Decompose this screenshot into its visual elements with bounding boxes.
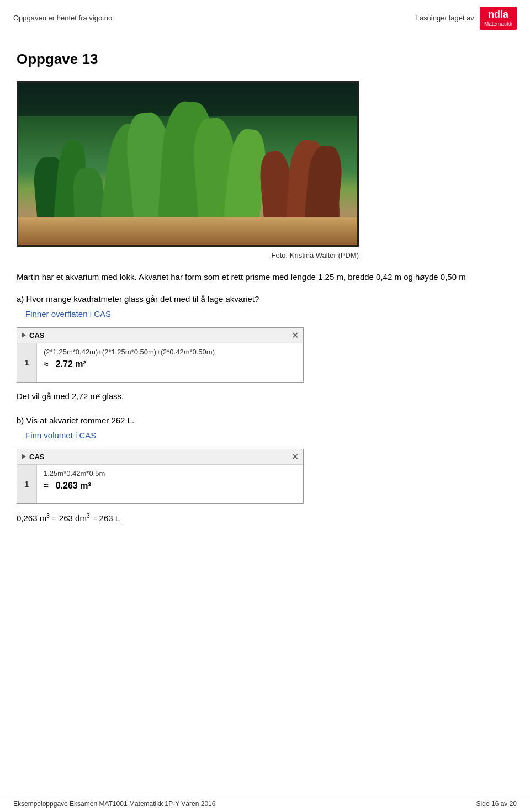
cas-formula-1: (2*1.25m*0.42m)+(2*1.25m*0.50m)+(2*0.42m…	[44, 348, 296, 356]
cas-result-value-2: 0.263 m³	[56, 481, 91, 490]
problem-description: Martin har et akvarium med lokk. Akvarie…	[17, 270, 502, 284]
cas-row-content-2: 1.25m*0.42m*0.5m ≈ 0.263 m³	[37, 465, 303, 503]
ndla-logo: ndla Matematikk	[480, 7, 517, 30]
cas-approx-2: ≈	[44, 481, 49, 490]
cas-triangle-icon-2	[22, 454, 26, 459]
cas-row-content-1: (2*1.25m*0.42m)+(2*1.25m*0.50m)+(2*0.42m…	[37, 343, 303, 382]
cas-label-1: CAS	[29, 331, 44, 339]
cas-result-2: ≈ 0.263 m³	[44, 481, 296, 491]
main-content: Oppgave 13 Foto: Kristina Walter (PDM) M…	[0, 34, 530, 567]
cas-row-number-1: 1	[17, 343, 37, 382]
hint-b: Finn volumet i CAS	[25, 431, 513, 440]
cas-close-button-2[interactable]: ✕	[292, 452, 299, 462]
cas-box-2: CAS ✕ 1 1.25m*0.42m*0.5m ≈ 0.263 m³	[17, 449, 304, 504]
cas-close-button-1[interactable]: ✕	[292, 330, 299, 341]
header-source-text: Oppgaven er hentet fra vigo.no	[13, 14, 112, 22]
result-a-content: Det vil gå med 2,72 m² glass.	[17, 391, 124, 401]
cas-result-value-1: 2.72 m²	[56, 359, 86, 369]
final-result-underline: 263 L	[99, 513, 120, 523]
cas-header-2: CAS ✕	[17, 449, 303, 465]
page-header: Oppgaven er hentet fra vigo.no Løsninger…	[0, 0, 530, 34]
question-a: a) Hvor mange kvadratmeter glass går det…	[17, 293, 502, 306]
cas-header-1: CAS ✕	[17, 328, 303, 343]
page-footer: Eksempeloppgave Eksamen MAT1001 Matemati…	[0, 795, 530, 812]
cas-body-1: 1 (2*1.25m*0.42m)+(2*1.25m*0.50m)+(2*0.4…	[17, 343, 303, 382]
cas-approx-1: ≈	[44, 359, 49, 369]
footer-right: Side 16 av 20	[476, 800, 517, 808]
page-title: Oppgave 13	[17, 51, 513, 68]
cas-header-left-2: CAS	[22, 453, 44, 461]
cas-triangle-icon-1	[22, 332, 26, 338]
final-result-b: 0,263 m3 = 263 dm3 = 263 L	[17, 513, 513, 523]
cas-formula-2: 1.25m*0.42m*0.5m	[44, 469, 296, 477]
photo-credit: Foto: Kristina Walter (PDM)	[17, 251, 359, 259]
cas-label-2: CAS	[29, 453, 44, 461]
cas-header-left-1: CAS	[22, 331, 44, 339]
aquarium-image	[17, 81, 359, 247]
cas-result-1: ≈ 2.72 m²	[44, 359, 296, 369]
footer-left: Eksempeloppgave Eksamen MAT1001 Matemati…	[13, 800, 215, 808]
cas-row-number-2: 1	[17, 465, 37, 503]
cas-box-1: CAS ✕ 1 (2*1.25m*0.42m)+(2*1.25m*0.50m)+…	[17, 327, 304, 383]
header-logo-label: Løsninger laget av	[415, 14, 474, 22]
result-a-text: Det vil gå med 2,72 m² glass.	[17, 391, 513, 401]
cas-body-2: 1 1.25m*0.42m*0.5m ≈ 0.263 m³	[17, 465, 303, 503]
header-logo-area: Løsninger laget av ndla Matematikk	[415, 7, 517, 30]
section-b: b) Vis at akvariet rommer 262 L. Finn vo…	[17, 414, 513, 523]
hint-a: Finner overflaten i CAS	[25, 309, 513, 319]
question-b: b) Vis at akvariet rommer 262 L.	[17, 414, 502, 427]
